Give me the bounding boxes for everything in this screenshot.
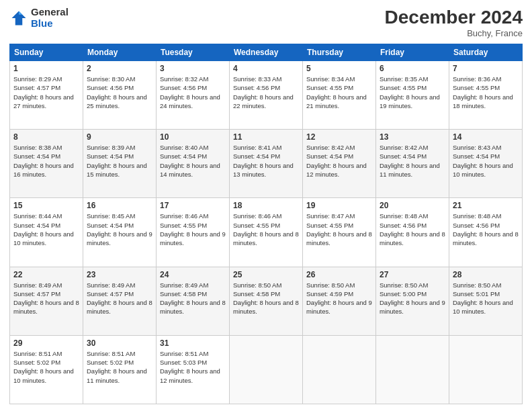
day-number: 3 [160, 64, 226, 73]
day-info: Sunrise: 8:51 AMSunset: 5:02 PMDaylight:… [13, 349, 79, 385]
calendar-cell: 19 Sunrise: 8:47 AMSunset: 4:55 PMDaylig… [303, 198, 376, 267]
month-title: December 2024 [385, 7, 523, 28]
day-number: 29 [13, 338, 79, 348]
day-info: Sunrise: 8:36 AMSunset: 4:55 PMDaylight:… [453, 75, 519, 110]
day-number: 27 [380, 270, 445, 279]
svg-marker-1 [19, 11, 22, 14]
day-number: 9 [87, 132, 152, 142]
day-number: 6 [380, 64, 445, 73]
day-info: Sunrise: 8:51 AMSunset: 5:02 PMDaylight:… [87, 349, 152, 385]
day-info: Sunrise: 8:47 AMSunset: 4:55 PMDaylight:… [306, 212, 372, 247]
day-number: 30 [87, 338, 152, 348]
calendar-cell: 3 Sunrise: 8:32 AMSunset: 4:56 PMDayligh… [157, 61, 230, 130]
day-number: 17 [160, 201, 226, 210]
calendar-week-row: 8 Sunrise: 8:38 AMSunset: 4:54 PMDayligh… [10, 130, 523, 198]
logo-text: General Blue [31, 7, 69, 29]
calendar-cell: 4 Sunrise: 8:33 AMSunset: 4:56 PMDayligh… [230, 61, 303, 130]
calendar-cell: 25 Sunrise: 8:50 AMSunset: 4:58 PMDaylig… [230, 267, 303, 335]
day-number: 26 [306, 270, 372, 279]
day-number: 25 [233, 270, 299, 279]
day-number: 2 [87, 64, 152, 73]
calendar-cell: 28 Sunrise: 8:50 AMSunset: 5:01 PMDaylig… [449, 267, 523, 335]
day-number: 22 [13, 270, 79, 279]
day-info: Sunrise: 8:43 AMSunset: 4:54 PMDaylight:… [453, 143, 519, 179]
calendar-week-row: 29 Sunrise: 8:51 AMSunset: 5:02 PMDaylig… [10, 335, 523, 404]
day-number: 21 [453, 201, 519, 210]
weekday-header-row: SundayMondayTuesdayWednesdayThursdayFrid… [10, 44, 523, 61]
day-number: 7 [453, 64, 519, 73]
calendar-cell: 8 Sunrise: 8:38 AMSunset: 4:54 PMDayligh… [10, 130, 83, 198]
calendar-cell: 31 Sunrise: 8:51 AMSunset: 5:03 PMDaylig… [157, 335, 230, 404]
calendar-cell: 9 Sunrise: 8:39 AMSunset: 4:54 PMDayligh… [83, 130, 157, 198]
day-info: Sunrise: 8:32 AMSunset: 4:56 PMDaylight:… [160, 75, 226, 110]
day-info: Sunrise: 8:48 AMSunset: 4:56 PMDaylight:… [453, 212, 519, 247]
day-info: Sunrise: 8:40 AMSunset: 4:54 PMDaylight:… [160, 143, 226, 179]
header: General Blue December 2024 Buchy, France [9, 7, 523, 38]
calendar-cell: 2 Sunrise: 8:30 AMSunset: 4:56 PMDayligh… [83, 61, 157, 130]
calendar-cell: 24 Sunrise: 8:49 AMSunset: 4:58 PMDaylig… [157, 267, 230, 335]
day-number: 19 [306, 201, 372, 210]
calendar-cell: 16 Sunrise: 8:45 AMSunset: 4:54 PMDaylig… [83, 198, 157, 267]
day-info: Sunrise: 8:46 AMSunset: 4:55 PMDaylight:… [160, 212, 226, 247]
calendar-cell: 13 Sunrise: 8:42 AMSunset: 4:54 PMDaylig… [376, 130, 449, 198]
day-number: 1 [13, 64, 79, 73]
calendar-cell: 11 Sunrise: 8:41 AMSunset: 4:54 PMDaylig… [230, 130, 303, 198]
day-info: Sunrise: 8:48 AMSunset: 4:56 PMDaylight:… [380, 212, 445, 247]
day-info: Sunrise: 8:49 AMSunset: 4:57 PMDaylight:… [87, 281, 152, 316]
day-info: Sunrise: 8:34 AMSunset: 4:55 PMDaylight:… [306, 75, 372, 110]
day-info: Sunrise: 8:39 AMSunset: 4:54 PMDaylight:… [87, 143, 152, 179]
day-number: 20 [380, 201, 445, 210]
logo: General Blue [9, 7, 69, 29]
day-info: Sunrise: 8:49 AMSunset: 4:58 PMDaylight:… [160, 281, 226, 316]
title-block: December 2024 Buchy, France [385, 7, 523, 38]
calendar-body: 1 Sunrise: 8:29 AMSunset: 4:57 PMDayligh… [10, 61, 523, 404]
day-info: Sunrise: 8:51 AMSunset: 5:03 PMDaylight:… [160, 349, 226, 385]
calendar-cell [449, 335, 523, 404]
day-info: Sunrise: 8:35 AMSunset: 4:55 PMDaylight:… [380, 75, 445, 110]
calendar-cell: 5 Sunrise: 8:34 AMSunset: 4:55 PMDayligh… [303, 61, 376, 130]
day-info: Sunrise: 8:30 AMSunset: 4:56 PMDaylight:… [87, 75, 152, 110]
day-info: Sunrise: 8:41 AMSunset: 4:54 PMDaylight:… [233, 143, 299, 179]
day-info: Sunrise: 8:50 AMSunset: 4:58 PMDaylight:… [233, 281, 299, 316]
calendar-cell: 30 Sunrise: 8:51 AMSunset: 5:02 PMDaylig… [83, 335, 157, 404]
calendar-cell: 26 Sunrise: 8:50 AMSunset: 4:59 PMDaylig… [303, 267, 376, 335]
weekday-thursday: Thursday [303, 44, 376, 61]
calendar-cell: 6 Sunrise: 8:35 AMSunset: 4:55 PMDayligh… [376, 61, 449, 130]
day-number: 11 [233, 132, 299, 142]
calendar-cell: 23 Sunrise: 8:49 AMSunset: 4:57 PMDaylig… [83, 267, 157, 335]
day-number: 18 [233, 201, 299, 210]
day-info: Sunrise: 8:45 AMSunset: 4:54 PMDaylight:… [87, 212, 152, 247]
location: Buchy, France [385, 28, 523, 38]
calendar-week-row: 1 Sunrise: 8:29 AMSunset: 4:57 PMDayligh… [10, 61, 523, 130]
calendar-cell [303, 335, 376, 404]
day-number: 31 [160, 338, 226, 348]
day-number: 10 [160, 132, 226, 142]
day-info: Sunrise: 8:42 AMSunset: 4:54 PMDaylight:… [306, 143, 372, 179]
calendar-page: General Blue December 2024 Buchy, France… [0, 0, 532, 411]
day-info: Sunrise: 8:50 AMSunset: 4:59 PMDaylight:… [306, 281, 372, 316]
day-number: 14 [453, 132, 519, 142]
weekday-monday: Monday [83, 44, 157, 61]
logo-icon [9, 9, 28, 28]
calendar-cell: 14 Sunrise: 8:43 AMSunset: 4:54 PMDaylig… [449, 130, 523, 198]
calendar-cell: 22 Sunrise: 8:49 AMSunset: 4:57 PMDaylig… [10, 267, 83, 335]
calendar-week-row: 22 Sunrise: 8:49 AMSunset: 4:57 PMDaylig… [10, 267, 523, 335]
calendar-cell [230, 335, 303, 404]
weekday-friday: Friday [376, 44, 449, 61]
day-number: 16 [87, 201, 152, 210]
calendar-cell: 27 Sunrise: 8:50 AMSunset: 5:00 PMDaylig… [376, 267, 449, 335]
calendar-cell [376, 335, 449, 404]
calendar-cell: 18 Sunrise: 8:46 AMSunset: 4:55 PMDaylig… [230, 198, 303, 267]
calendar-cell: 15 Sunrise: 8:44 AMSunset: 4:54 PMDaylig… [10, 198, 83, 267]
calendar-cell: 12 Sunrise: 8:42 AMSunset: 4:54 PMDaylig… [303, 130, 376, 198]
day-info: Sunrise: 8:42 AMSunset: 4:54 PMDaylight:… [380, 143, 445, 179]
day-number: 28 [453, 270, 519, 279]
calendar-cell: 21 Sunrise: 8:48 AMSunset: 4:56 PMDaylig… [449, 198, 523, 267]
calendar-cell: 17 Sunrise: 8:46 AMSunset: 4:55 PMDaylig… [157, 198, 230, 267]
day-info: Sunrise: 8:50 AMSunset: 5:00 PMDaylight:… [380, 281, 445, 316]
day-number: 15 [13, 201, 79, 210]
calendar-cell: 10 Sunrise: 8:40 AMSunset: 4:54 PMDaylig… [157, 130, 230, 198]
day-number: 12 [306, 132, 372, 142]
day-info: Sunrise: 8:38 AMSunset: 4:54 PMDaylight:… [13, 143, 79, 179]
calendar-cell: 1 Sunrise: 8:29 AMSunset: 4:57 PMDayligh… [10, 61, 83, 130]
